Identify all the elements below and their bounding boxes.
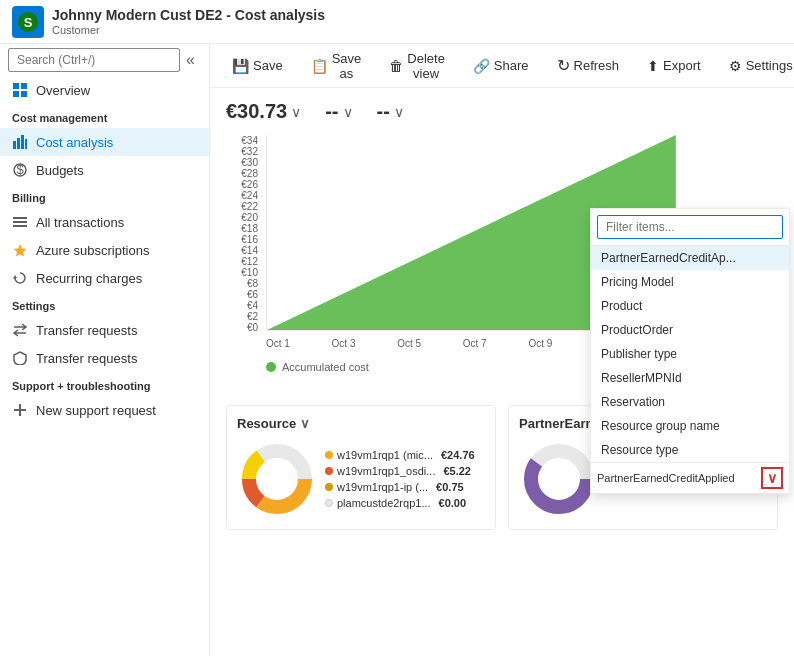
sidebar-item-cost-analysis[interactable]: Cost analysis bbox=[0, 128, 209, 156]
svg-text:S: S bbox=[24, 15, 33, 30]
section-cost-management: Cost management bbox=[0, 104, 209, 128]
sidebar-item-label: Recurring charges bbox=[36, 271, 142, 286]
top-bar: S Johnny Modern Cust DE2 - Cost analysis… bbox=[0, 0, 794, 44]
dropdown-footer-value: PartnerEarnedCreditApplied bbox=[597, 472, 735, 484]
sidebar-item-overview[interactable]: Overview bbox=[0, 76, 209, 104]
donut-card-header-resource: Resource ∨ bbox=[237, 416, 485, 431]
sidebar-item-budgets[interactable]: $ Budgets bbox=[0, 156, 209, 184]
donut-content-resource: w19vm1rqp1 (mic... €24.76 w19vm1rqp1_osd… bbox=[237, 439, 485, 519]
dropdown-item-product-order[interactable]: ProductOrder bbox=[591, 318, 789, 342]
sidebar-item-label: All transactions bbox=[36, 215, 124, 230]
dropdown-item-partner-earned[interactable]: PartnerEarnedCreditAp... bbox=[591, 246, 789, 270]
legend-value-3: €0.75 bbox=[436, 481, 464, 493]
legend-value-2: €5.22 bbox=[443, 465, 471, 477]
donut-chart-partner bbox=[519, 439, 599, 519]
dropdown-item-pricing-model[interactable]: Pricing Model bbox=[591, 270, 789, 294]
legend-name-2: w19vm1rqp1_osdi... bbox=[337, 465, 435, 477]
dropdown-footer: PartnerEarnedCreditApplied ∨ bbox=[591, 462, 789, 493]
dropdown-filter-input[interactable] bbox=[597, 215, 783, 239]
shield-icon bbox=[12, 350, 28, 366]
sidebar-item-label: Cost analysis bbox=[36, 135, 113, 150]
svg-rect-5 bbox=[21, 91, 27, 97]
refresh-icon: ↻ bbox=[557, 56, 570, 75]
sidebar-item-label: Overview bbox=[36, 83, 90, 98]
page-subtitle: Customer bbox=[52, 24, 325, 36]
sidebar-item-label: Transfer requests bbox=[36, 351, 137, 366]
settings-button[interactable]: ⚙ Settings bbox=[723, 54, 794, 78]
dropdown-overlay: PartnerEarnedCreditAp... Pricing Model P… bbox=[590, 208, 790, 494]
delete-view-button[interactable]: 🗑 Delete view bbox=[383, 47, 451, 85]
dropdown-footer-button[interactable]: ∨ bbox=[761, 467, 783, 489]
list-icon bbox=[12, 214, 28, 230]
svg-rect-6 bbox=[13, 141, 16, 149]
content-area: 💾 Save 📋 Save as 🗑 Delete view 🔗 Share ↻ bbox=[210, 44, 794, 656]
dropdown-item-resource-type[interactable]: Resource type bbox=[591, 438, 789, 462]
dropdown-item-resource-group[interactable]: Resource group name bbox=[591, 414, 789, 438]
svg-point-24 bbox=[257, 459, 297, 499]
star-icon bbox=[12, 242, 28, 258]
chart-legend: Accumulated cost bbox=[266, 361, 369, 373]
section-billing: Billing bbox=[0, 184, 209, 208]
legend-dot-1 bbox=[325, 451, 333, 459]
save-as-button[interactable]: 📋 Save as bbox=[305, 47, 368, 85]
legend-dot-2 bbox=[325, 467, 333, 475]
legend-dot-3 bbox=[325, 483, 333, 491]
legend-label: Accumulated cost bbox=[282, 361, 369, 373]
chevron-down-icon-resource[interactable]: ∨ bbox=[300, 416, 310, 431]
svg-rect-9 bbox=[25, 139, 27, 149]
metric-value-2: -- bbox=[325, 100, 338, 123]
sidebar-item-recurring-charges[interactable]: Recurring charges bbox=[0, 264, 209, 292]
svg-rect-18 bbox=[14, 409, 26, 411]
refresh-button[interactable]: ↻ Refresh bbox=[551, 52, 626, 79]
save-icon: 💾 bbox=[232, 58, 249, 74]
sidebar-item-label: Budgets bbox=[36, 163, 84, 178]
svg-rect-2 bbox=[13, 83, 19, 89]
summary-row: €30.73 ∨ -- ∨ -- ∨ bbox=[226, 100, 778, 123]
legend-dot bbox=[266, 362, 276, 372]
sidebar-item-all-transactions[interactable]: All transactions bbox=[0, 208, 209, 236]
dropdown-item-reservation[interactable]: Reservation bbox=[591, 390, 789, 414]
coin-icon: $ bbox=[12, 162, 28, 178]
dropdown-item-product[interactable]: Product bbox=[591, 294, 789, 318]
metric-arrow-3: ∨ bbox=[394, 104, 404, 120]
dropdown-item-publisher-type[interactable]: Publisher type bbox=[591, 342, 789, 366]
export-icon: ⬆ bbox=[647, 58, 659, 74]
sidebar-item-new-support-request[interactable]: New support request bbox=[0, 396, 209, 424]
summary-metric-2: -- ∨ bbox=[325, 100, 352, 123]
dropdown-item-reseller-mpn[interactable]: ResellerMPNId bbox=[591, 366, 789, 390]
svg-rect-3 bbox=[21, 83, 27, 89]
svg-rect-7 bbox=[17, 138, 20, 149]
section-settings: Settings bbox=[0, 292, 209, 316]
dropdown-search-area bbox=[591, 209, 789, 246]
sidebar-item-label: Azure subscriptions bbox=[36, 243, 149, 258]
chart-icon bbox=[12, 134, 28, 150]
recurring-icon bbox=[12, 270, 28, 286]
svg-marker-15 bbox=[14, 244, 27, 257]
share-icon: 🔗 bbox=[473, 58, 490, 74]
legend-item-resource-2: w19vm1rqp1_osdi... €5.22 bbox=[325, 465, 485, 477]
sidebar-collapse-button[interactable]: « bbox=[180, 49, 201, 71]
legend-name-1: w19vm1rqp1 (mic... bbox=[337, 449, 433, 461]
donut-card-title-resource: Resource bbox=[237, 416, 296, 431]
export-button[interactable]: ⬆ Export bbox=[641, 54, 707, 78]
legend-name-4: plamcustde2rqp1... bbox=[337, 497, 431, 509]
svg-rect-4 bbox=[13, 91, 19, 97]
sidebar-item-transfer-requests[interactable]: Transfer requests bbox=[0, 316, 209, 344]
toolbar: 💾 Save 📋 Save as 🗑 Delete view 🔗 Share ↻ bbox=[210, 44, 794, 88]
legend-value-1: €24.76 bbox=[441, 449, 475, 461]
summary-metric-3: -- ∨ bbox=[377, 100, 404, 123]
settings-icon: ⚙ bbox=[729, 58, 742, 74]
legend-item-resource-3: w19vm1rqp1-ip (... €0.75 bbox=[325, 481, 485, 493]
sidebar-item-policies[interactable]: Transfer requests bbox=[0, 344, 209, 372]
search-input[interactable] bbox=[8, 48, 180, 72]
svg-rect-14 bbox=[13, 225, 27, 227]
svg-rect-12 bbox=[13, 217, 27, 219]
sidebar: « Overview Cost management Cost analysis… bbox=[0, 44, 210, 656]
svg-text:$: $ bbox=[16, 163, 24, 177]
svg-rect-13 bbox=[13, 221, 27, 223]
sidebar-top: « bbox=[0, 44, 209, 76]
sidebar-item-azure-subscriptions[interactable]: Azure subscriptions bbox=[0, 236, 209, 264]
metric-arrow-1: ∨ bbox=[291, 104, 301, 120]
share-button[interactable]: 🔗 Share bbox=[467, 54, 535, 78]
save-button[interactable]: 💾 Save bbox=[226, 54, 289, 78]
